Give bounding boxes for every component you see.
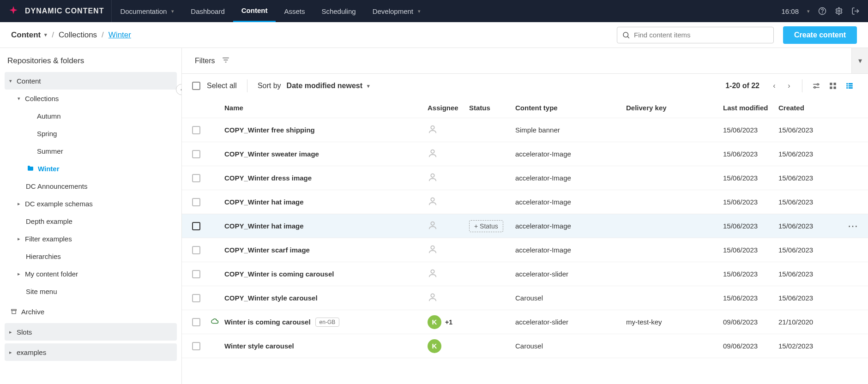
- row-checkbox[interactable]: [192, 294, 200, 302]
- tree-my-folder[interactable]: ▸My content folder: [5, 265, 177, 282]
- select-all-checkbox[interactable]: [192, 82, 200, 90]
- table-row[interactable]: COPY_Winter dress imageaccelerator-Image…: [182, 166, 868, 190]
- row-more-button[interactable]: ⋯: [848, 220, 859, 232]
- svg-point-22: [431, 222, 434, 225]
- table-row[interactable]: COPY_Winter free shippingSimple banner15…: [182, 118, 868, 142]
- assignee-placeholder-icon[interactable]: [428, 172, 438, 184]
- tree-site-menu[interactable]: Site menu: [5, 282, 177, 300]
- breadcrumb-root[interactable]: Content: [11, 30, 47, 40]
- list-view-icon[interactable]: [844, 80, 855, 91]
- search-box[interactable]: [617, 27, 774, 43]
- nav-development[interactable]: Development: [364, 0, 429, 22]
- assignee-avatar[interactable]: K: [428, 315, 441, 329]
- search-input[interactable]: [634, 31, 769, 39]
- assignee-placeholder-icon[interactable]: [428, 148, 438, 160]
- row-checkbox[interactable]: [192, 198, 200, 206]
- filter-icon[interactable]: [222, 56, 230, 66]
- tree-archive[interactable]: Archive: [5, 303, 177, 320]
- tree-dc-announcements[interactable]: DC Announcements: [5, 177, 177, 195]
- prev-page-button[interactable]: ‹: [767, 78, 782, 93]
- chevron-right-icon: ▸: [9, 349, 17, 355]
- assignee-placeholder-icon[interactable]: [428, 196, 438, 208]
- tree-slots[interactable]: ▸Slots: [5, 323, 177, 341]
- nav-scheduling[interactable]: Scheduling: [313, 0, 364, 22]
- row-checkbox[interactable]: [192, 150, 200, 158]
- row-name: COPY_Winter sweater image: [224, 150, 319, 158]
- svg-point-23: [431, 246, 434, 249]
- assignee-placeholder-icon[interactable]: [428, 292, 438, 304]
- nav-assets[interactable]: Assets: [276, 0, 313, 22]
- add-status-button[interactable]: + Status: [469, 220, 503, 232]
- logout-icon[interactable]: [851, 7, 860, 15]
- col-name[interactable]: Name: [224, 104, 428, 112]
- row-checkbox[interactable]: [192, 270, 200, 278]
- table-row[interactable]: COPY_Winter style carouselCarousel15/06/…: [182, 286, 868, 310]
- table-row[interactable]: COPY_Winter is coming carouselaccelerato…: [182, 262, 868, 286]
- tree-content[interactable]: ▾ Content: [5, 72, 177, 90]
- logo[interactable]: DYNAMIC CONTENT: [0, 0, 112, 22]
- next-page-button[interactable]: ›: [782, 78, 796, 93]
- tree-spring[interactable]: Spring: [5, 125, 177, 142]
- svg-rect-15: [849, 85, 853, 87]
- breadcrumb-mid[interactable]: Collections: [59, 30, 97, 40]
- assignee-placeholder-icon[interactable]: [428, 244, 438, 256]
- row-checkbox[interactable]: [192, 222, 200, 230]
- settings-icon[interactable]: [835, 7, 843, 15]
- topbar-right: 16:08 ▾: [781, 7, 868, 15]
- svg-point-3: [623, 32, 628, 37]
- panel-toggle-button[interactable]: ▾: [851, 48, 868, 74]
- table-row[interactable]: COPY_Winter scarf imageaccelerator-Image…: [182, 238, 868, 262]
- nav-content[interactable]: Content: [233, 0, 276, 22]
- assignee-placeholder-icon[interactable]: [428, 124, 438, 136]
- svg-point-7: [814, 87, 815, 88]
- row-checkbox[interactable]: [192, 126, 200, 134]
- tree-autumn[interactable]: Autumn: [5, 107, 177, 125]
- row-last-modified: 09/06/2023: [723, 318, 778, 326]
- grid-view-icon[interactable]: [827, 80, 838, 91]
- col-last-modified[interactable]: Last modified: [723, 104, 778, 112]
- tree-filter-examples[interactable]: ▸Filter examples: [5, 230, 177, 247]
- nav-dashboard[interactable]: Dashboard: [182, 0, 233, 22]
- svg-point-20: [431, 174, 434, 177]
- folder-icon: [26, 165, 35, 172]
- col-created[interactable]: Created: [778, 104, 834, 112]
- breadcrumb-sep: /: [102, 30, 104, 40]
- sliders-icon[interactable]: [811, 80, 822, 91]
- tree-dc-schemas[interactable]: ▸DC example schemas: [5, 195, 177, 212]
- tree-examples[interactable]: ▸examples: [5, 343, 177, 361]
- row-created: 15/06/2023: [778, 150, 834, 158]
- sort-by-label: Sort by: [258, 82, 281, 90]
- row-checkbox[interactable]: [192, 342, 200, 350]
- row-name: COPY_Winter hat image: [224, 198, 304, 206]
- svg-point-6: [817, 84, 819, 85]
- create-content-button[interactable]: Create content: [783, 26, 857, 44]
- row-delivery-key: my-test-key: [626, 318, 723, 326]
- tree-collections[interactable]: ▾ Collections: [5, 90, 177, 107]
- breadcrumb-current[interactable]: Winter: [108, 30, 131, 40]
- tree-summer[interactable]: Summer: [5, 142, 177, 160]
- row-checkbox[interactable]: [192, 174, 200, 182]
- table-row[interactable]: COPY_Winter sweater imageaccelerator-Ima…: [182, 142, 868, 166]
- row-last-modified: 15/06/2023: [723, 174, 778, 182]
- table-row[interactable]: COPY_Winter hat imageaccelerator-Image15…: [182, 190, 868, 214]
- assignee-avatar[interactable]: K: [428, 339, 441, 353]
- col-delivery-key[interactable]: Delivery key: [626, 104, 723, 112]
- help-icon[interactable]: [818, 7, 826, 15]
- col-status[interactable]: Status: [469, 104, 515, 112]
- table-row[interactable]: Winter style carouselKCarousel09/06/2023…: [182, 334, 868, 358]
- sort-dropdown[interactable]: Date modified newest: [287, 82, 370, 90]
- table-row[interactable]: COPY_Winter hat image+ Statusaccelerator…: [182, 214, 868, 238]
- row-checkbox[interactable]: [192, 246, 200, 254]
- col-content-type[interactable]: Content type: [515, 104, 626, 112]
- nav-documentation[interactable]: Documentation: [112, 0, 182, 22]
- tree-depth[interactable]: Depth example: [5, 212, 177, 230]
- table-row[interactable]: Winter is coming carouselen-GBK+1acceler…: [182, 310, 868, 334]
- row-checkbox[interactable]: [192, 318, 200, 326]
- tree-winter[interactable]: Winter: [5, 160, 177, 177]
- assignee-placeholder-icon[interactable]: [428, 220, 438, 232]
- assignee-placeholder-icon[interactable]: [428, 268, 438, 280]
- col-assignee[interactable]: Assignee: [428, 104, 469, 112]
- tree-hierarchies[interactable]: Hierarchies: [5, 247, 177, 265]
- clock-dropdown[interactable]: ▾: [807, 8, 810, 14]
- brand-text: DYNAMIC CONTENT: [25, 7, 104, 15]
